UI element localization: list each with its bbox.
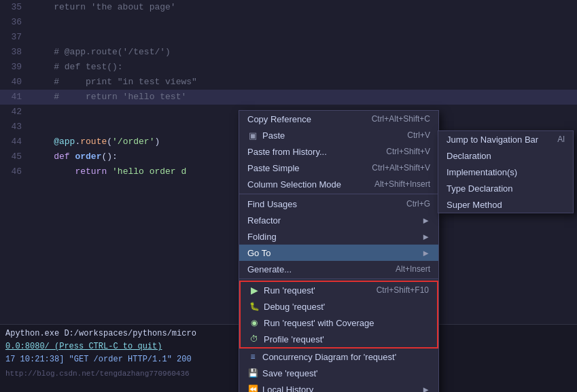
submenu-item-jump-nav[interactable]: Jump to Navigation Bar Al [438,131,573,147]
line-number: 42 [0,105,27,120]
save-icon: 💾 [247,368,258,378]
line-40: 40 # print "in test views" [0,75,577,90]
menu-item-copy-reference[interactable]: Copy Reference Ctrl+Alt+Shift+C [239,111,438,127]
profile-icon: ⏱ [249,334,260,344]
debug-icon: 🐛 [249,301,260,312]
line-35: 35 return 'the about page' [0,0,577,15]
arrow-icon: ► [421,248,430,258]
line-number: 45 [0,149,27,164]
menu-item-paste-simple[interactable]: Paste Simple Ctrl+Alt+Shift+V [239,160,438,176]
line-number: 44 [0,135,27,149]
line-number: 46 [0,164,27,179]
line-number: 40 [0,75,27,90]
menu-item-run-request[interactable]: ▶ Run 'request' Ctrl+Shift+F10 [241,282,437,298]
submenu-item-super-method[interactable]: Super Method [438,196,573,213]
line-number: 36 [0,15,27,30]
menu-separator-1 [239,194,438,194]
menu-item-local-history[interactable]: ⏪ Local History ► [239,381,438,392]
menu-item-find-usages[interactable]: Find Usages Ctrl+G [239,196,438,212]
menu-item-column-selection[interactable]: Column Selection Mode Alt+Shift+Insert [239,176,438,192]
line-37: 37 [0,30,577,45]
terminal-line2: 0.0:8080/ (Press CTRL-C to quit) [5,342,162,351]
line-number: 35 [0,0,27,15]
history-icon: ⏪ [247,384,258,392]
go-to-submenu: Jump to Navigation Bar Al Declaration Im… [438,130,574,213]
menu-separator-2 [239,279,438,279]
arrow-icon: ► [421,385,430,393]
context-menu: Copy Reference Ctrl+Alt+Shift+C ▣ Paste … [239,110,439,392]
menu-item-save[interactable]: 💾 Save 'request' [239,365,438,381]
concurrency-icon: ≡ [247,351,258,362]
line-content: def order(): [27,149,118,164]
line-content: # def test(): [27,60,123,75]
line-38: 38 # @app.route('/test/') [0,45,577,60]
arrow-icon: ► [421,215,430,226]
submenu-item-declaration[interactable]: Declaration [438,147,573,164]
line-content: return 'hello order d [27,164,186,179]
menu-item-concurrency[interactable]: ≡ Concurrency Diagram for 'request' [239,349,438,365]
menu-item-generate[interactable]: Generate... Alt+Insert [239,261,438,277]
terminal-watermark: http://blog.csdn.net/tengdazhang77096043… [5,370,190,378]
line-number: 41 [0,90,27,105]
menu-item-go-to[interactable]: Go To ► [239,245,438,261]
line-36: 36 [0,15,577,30]
line-content: # return 'hello test' [27,90,186,105]
line-number: 38 [0,45,27,60]
terminal-line1: Apython.exe D:/workspaces/pythons/micro [5,329,196,338]
line-content: # @app.route('/test/') [27,45,171,60]
line-number: 43 [0,120,27,135]
editor-area: 35 return 'the about page' 36 37 38 # @a… [0,0,577,392]
coverage-icon: ◉ [249,317,260,328]
submenu-item-implementation[interactable]: Implementation(s) [438,164,573,180]
line-content: return 'the about page' [27,0,176,15]
submenu-item-type-declaration[interactable]: Type Declaration [438,180,573,196]
menu-item-folding[interactable]: Folding ► [239,228,438,245]
menu-item-profile-request[interactable]: ⏱ Profile 'request' [241,331,437,347]
line-number: 39 [0,60,27,75]
menu-item-debug-request[interactable]: 🐛 Debug 'request' [241,298,437,315]
menu-item-run-coverage[interactable]: ◉ Run 'request' with Coverage [241,315,437,331]
line-content: # print "in test views" [27,75,197,90]
run-icon: ▶ [249,285,260,296]
line-content: @app.route('/order') [27,135,160,149]
terminal-line3: 17 10:21:38] "GET /order HTTP/1.1" 200 [5,355,192,364]
run-group: ▶ Run 'request' Ctrl+Shift+F10 🐛 Debug '… [239,281,438,349]
arrow-icon: ► [421,232,430,242]
paste-icon: ▣ [247,130,258,141]
menu-item-paste-history[interactable]: Paste from History... Ctrl+Shift+V [239,143,438,160]
menu-item-refactor[interactable]: Refactor ► [239,212,438,228]
line-41: 41 # return 'hello test' [0,90,577,105]
menu-item-paste[interactable]: ▣ Paste Ctrl+V [239,127,438,143]
line-39: 39 # def test(): [0,60,577,75]
line-number: 37 [0,30,27,45]
